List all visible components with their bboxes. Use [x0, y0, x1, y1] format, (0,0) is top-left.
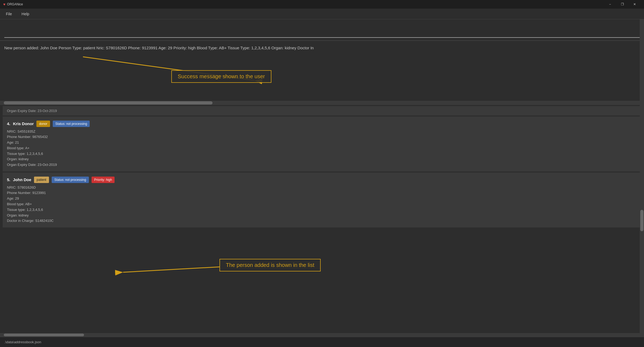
- command-input[interactable]: [4, 30, 640, 38]
- menu-bar: File Help: [0, 9, 644, 19]
- list-item-5-organ: Organ: kidney: [7, 213, 637, 218]
- list-item-5[interactable]: 5. John Doe patient Status: not processi…: [3, 173, 641, 227]
- app-icon: ♥: [3, 2, 5, 6]
- list-item-5-doctor: Doctor in Charge: S1482410C: [7, 218, 637, 224]
- bottom-scrollbar-track[interactable]: [0, 333, 644, 337]
- list-item-4-blood: Blood type: A+: [7, 145, 637, 151]
- list-item-4-header: 4. Kris Donor donor Status: not processi…: [7, 120, 637, 127]
- list-item-5-number: 5.: [7, 176, 10, 183]
- vertical-scrollbar[interactable]: [640, 19, 644, 337]
- list-item-4-organ: Organ: kidney: [7, 156, 637, 162]
- list-item-5-type-badge: patient: [34, 177, 49, 183]
- title-bar-controls: − ❐ ✕: [604, 0, 641, 9]
- vertical-scrollbar-thumb[interactable]: [640, 210, 643, 231]
- menu-file[interactable]: File: [4, 11, 14, 17]
- success-annotation-box: Success message shown to the user: [171, 70, 271, 83]
- success-annotation-label: Success message shown to the user: [178, 73, 265, 79]
- partial-item-text: Organ Expiry Date: 23-Oct-2019: [7, 109, 57, 113]
- list-item-5-blood: Blood type: AB+: [7, 202, 637, 207]
- status-bar: .\data\addressbook.json: [0, 337, 644, 347]
- list-item-4-nric: NRIC: S4551935Z: [7, 129, 637, 135]
- list-item-5-phone: Phone Number: 9123991: [7, 190, 637, 196]
- restore-button[interactable]: ❐: [616, 0, 628, 9]
- message-area: New person added: John Doe Person Type: …: [0, 41, 644, 100]
- list-item-4[interactable]: 4. Kris Donor donor Status: not processi…: [3, 117, 641, 171]
- list-item-5-nric: NRIC: S7801626D: [7, 185, 637, 191]
- list-item-4-type-badge: donor: [36, 121, 50, 127]
- list-item-partial: Organ Expiry Date: 23-Oct-2019: [3, 106, 641, 115]
- list-item-4-phone: Phone Number: 98765432: [7, 134, 637, 140]
- input-area: [0, 19, 644, 41]
- list-item-4-name: Kris Donor: [13, 120, 34, 127]
- title-bar-left: ♥ ORGANice: [3, 2, 23, 6]
- list-item-5-tissue: Tissue type: 1,2,3,4,5,6: [7, 207, 637, 213]
- app-title: ORGANice: [7, 2, 23, 6]
- list-item-4-age: Age: 21: [7, 140, 637, 145]
- list-item-5-status-badge: Status: not processing: [52, 177, 89, 183]
- success-message: New person added: John Doe Person Type: …: [4, 44, 640, 52]
- list-item-4-expiry: Organ Expiry Date: 23-Oct-2019: [7, 162, 637, 168]
- person-added-annotation-box: The person added is shown in the list: [219, 259, 321, 271]
- title-bar: ♥ ORGANice − ❐ ✕: [0, 0, 644, 9]
- close-button[interactable]: ✕: [628, 0, 641, 9]
- list-item-4-number: 4.: [7, 120, 10, 127]
- status-file-path: .\data\addressbook.json: [4, 340, 41, 344]
- person-added-annotation-label: The person added is shown in the list: [226, 262, 314, 268]
- list-item-5-age: Age: 29: [7, 196, 637, 202]
- horizontal-scrollbar-track[interactable]: [0, 101, 644, 105]
- list-item-5-name: John Doe: [13, 176, 31, 183]
- bottom-scrollbar-thumb[interactable]: [4, 334, 84, 336]
- list-item-5-header: 5. John Doe patient Status: not processi…: [7, 176, 637, 183]
- svg-line-3: [123, 267, 219, 272]
- horizontal-scrollbar-thumb[interactable]: [4, 101, 213, 105]
- list-item-5-priority-badge: Priority: high: [92, 177, 115, 183]
- list-area: Organ Expiry Date: 23-Oct-2019 4. Kris D…: [0, 106, 644, 227]
- menu-help[interactable]: Help: [20, 11, 31, 17]
- minimize-button[interactable]: −: [604, 0, 616, 9]
- list-item-4-status-badge: Status: not processing: [53, 121, 90, 127]
- list-item-4-tissue: Tissue type: 1,2,3,4,5,6: [7, 151, 637, 157]
